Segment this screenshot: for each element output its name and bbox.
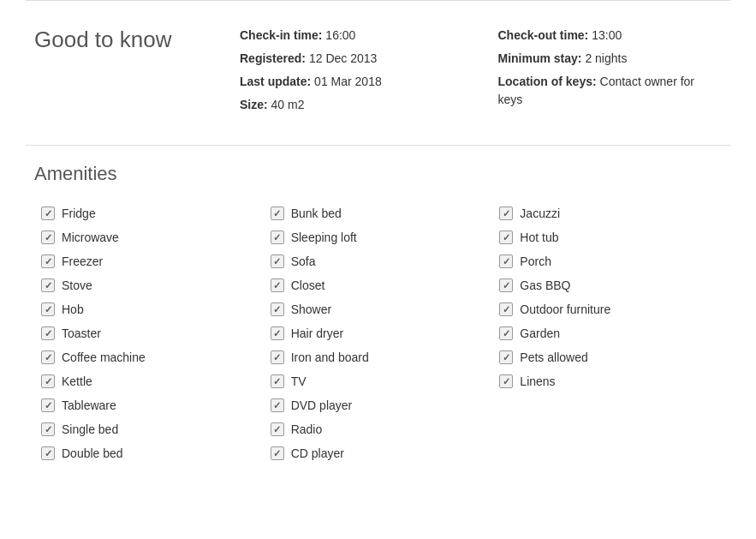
amenity-item: Toaster — [34, 322, 264, 344]
info-label: Check-in time: — [240, 28, 322, 42]
checkbox-icon — [499, 207, 513, 220]
info-line: Size: 40 m2 — [240, 96, 464, 114]
amenity-label: Microwave — [62, 231, 119, 244]
info-value: 16:00 — [322, 28, 355, 42]
amenity-item: Stove — [34, 274, 264, 296]
amenity-label: Kettle — [62, 374, 92, 388]
amenities-col-0: Fridge Microwave Freezer Stove Hob Toast… — [34, 202, 264, 464]
amenity-item: Jacuzzi — [492, 202, 722, 225]
checkbox-icon — [271, 350, 284, 364]
amenity-label: DVD player — [291, 398, 353, 412]
amenity-label: Single bed — [62, 422, 118, 436]
amenity-item: Single bed — [34, 418, 264, 440]
checkbox-icon — [271, 231, 284, 244]
amenity-item: Double bed — [34, 442, 264, 464]
checkbox-icon — [271, 255, 284, 268]
amenity-label: Radio — [291, 422, 323, 436]
checkbox-icon — [271, 398, 284, 412]
checkbox-icon — [499, 350, 513, 364]
amenity-item: Outdoor furniture — [492, 298, 722, 320]
checkbox-icon — [499, 326, 513, 340]
amenity-item: Fridge — [34, 202, 264, 225]
info-line: Check-in time: 16:00 — [240, 27, 464, 45]
info-label: Minimum stay: — [498, 51, 582, 65]
info-line: Location of keys: Contact owner for keys — [498, 73, 723, 109]
amenity-item: Porch — [492, 250, 722, 272]
amenity-label: Coffee machine — [62, 350, 146, 364]
amenity-item: DVD player — [264, 394, 493, 416]
amenities-section: Amenities Fridge Microwave Freezer Stove… — [0, 146, 756, 499]
good-to-know-details: Check-in time: 16:00Registered: 12 Dec 2… — [240, 27, 722, 119]
amenity-label: Tableware — [62, 398, 116, 412]
checkbox-icon — [499, 231, 513, 244]
checkbox-icon — [41, 207, 55, 220]
amenity-item: Radio — [264, 418, 493, 440]
amenity-label: TV — [291, 374, 307, 388]
amenity-item: TV — [264, 370, 493, 392]
checkbox-icon — [41, 446, 55, 460]
amenity-label: Double bed — [62, 446, 123, 460]
amenity-item: Coffee machine — [34, 346, 264, 368]
checkbox-icon — [41, 302, 55, 316]
info-line: Minimum stay: 2 nights — [498, 50, 723, 68]
checkbox-icon — [499, 374, 513, 388]
checkbox-icon — [499, 278, 513, 292]
amenity-label: Freezer — [62, 255, 103, 268]
amenity-item: Gas BBQ — [492, 274, 722, 296]
amenity-item: Tableware — [34, 394, 264, 416]
info-label: Location of keys: — [498, 75, 597, 88]
checkbox-icon — [41, 422, 55, 436]
info-col-left: Check-in time: 16:00Registered: 12 Dec 2… — [240, 27, 464, 119]
amenity-label: Garden — [520, 326, 560, 340]
checkbox-icon — [271, 302, 284, 316]
info-value: 12 Dec 2013 — [306, 51, 377, 65]
info-value: 13:00 — [588, 28, 622, 42]
amenity-label: Toaster — [62, 326, 101, 340]
amenity-item: Bunk bed — [264, 202, 493, 225]
amenity-label: Stove — [62, 278, 92, 292]
checkbox-icon — [499, 302, 513, 316]
checkbox-icon — [271, 207, 284, 220]
amenity-item: Hob — [34, 298, 264, 320]
checkbox-icon — [41, 231, 55, 244]
amenity-item: Linens — [492, 370, 722, 392]
checkbox-icon — [41, 398, 55, 412]
amenity-label: Sleeping loft — [291, 231, 357, 244]
amenity-item: Closet — [264, 274, 493, 296]
info-value: 01 Mar 2018 — [311, 75, 382, 88]
checkbox-icon — [271, 326, 284, 340]
amenity-label: Iron and board — [291, 350, 369, 364]
amenity-item: Hot tub — [492, 226, 722, 249]
amenity-label: Hair dryer — [291, 326, 343, 340]
amenity-item: Sleeping loft — [264, 226, 493, 249]
amenities-grid: Fridge Microwave Freezer Stove Hob Toast… — [34, 202, 722, 464]
checkbox-icon — [499, 255, 513, 268]
amenity-item: Hair dryer — [264, 322, 493, 344]
amenity-label: Gas BBQ — [520, 278, 570, 292]
amenity-label: CD player — [291, 446, 344, 460]
checkbox-icon — [41, 374, 55, 388]
amenity-item: Pets allowed — [492, 346, 722, 368]
amenity-item: Shower — [264, 298, 493, 320]
checkbox-icon — [41, 326, 55, 340]
amenity-label: Fridge — [62, 207, 96, 220]
amenity-label: Shower — [291, 302, 331, 316]
info-value: 2 nights — [582, 51, 628, 65]
info-line: Check-out time: 13:00 — [498, 27, 723, 45]
amenity-item: Garden — [492, 322, 722, 344]
amenity-label: Pets allowed — [520, 350, 587, 364]
info-label: Check-out time: — [498, 28, 589, 42]
amenity-item: CD player — [264, 442, 493, 464]
amenity-label: Closet — [291, 278, 325, 292]
checkbox-icon — [271, 374, 284, 388]
checkbox-icon — [271, 446, 284, 460]
info-col-right: Check-out time: 13:00Minimum stay: 2 nig… — [498, 27, 723, 119]
checkbox-icon — [41, 255, 55, 268]
checkbox-icon — [271, 422, 284, 436]
amenity-item: Freezer — [34, 250, 264, 272]
checkbox-icon — [41, 278, 55, 292]
amenity-item: Sofa — [264, 250, 493, 272]
amenity-label: Jacuzzi — [520, 207, 560, 220]
good-to-know-section: Good to know Check-in time: 16:00Registe… — [0, 1, 756, 145]
info-label: Last update: — [240, 75, 311, 88]
